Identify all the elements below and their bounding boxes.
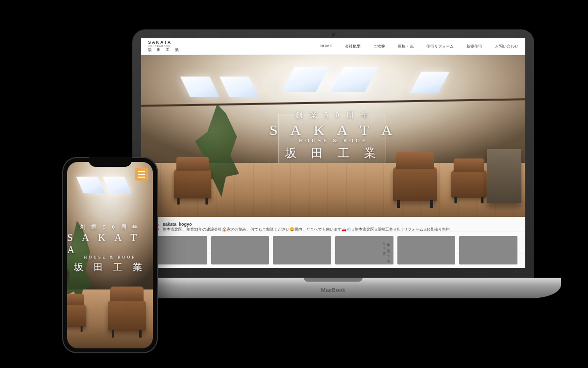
hero-brand-sub: HOUSE & ROOF xyxy=(84,255,136,260)
social-handle[interactable]: sakata_kogyo xyxy=(163,222,450,227)
site-logo[interactable]: SAKATA HOUSE&ROOF 坂 田 工 業 xyxy=(148,40,181,52)
phone-device: 創 業 5 0 周 年 S A K A T A HOUSE & ROOF 坂 田… xyxy=(62,157,158,353)
social-bio: 熊本市北区、創業53年の建設会社🏠家のお悩み、何でもご相談ください😄県内、どこへ… xyxy=(163,227,450,232)
laptop-screen: SAKATA HOUSE&ROOF 坂 田 工 業 HOME 会社概要 ご挨拶 … xyxy=(141,38,525,268)
logo-line3: 坂 田 工 業 xyxy=(148,48,181,52)
nav-greeting[interactable]: ご挨拶 xyxy=(373,44,385,49)
phone-screen: 創 業 5 0 周 年 S A K A T A HOUSE & ROOF 坂 田… xyxy=(67,162,153,348)
thumbnail[interactable] xyxy=(397,236,456,264)
hero-brand-sub: HOUSE & ROOF xyxy=(299,137,368,143)
main-nav: HOME 会社概要 ご挨拶 屋根・瓦 住宅リフォーム 新築住宅 お問い合わせ xyxy=(320,44,518,49)
nav-company[interactable]: 会社概要 xyxy=(345,44,361,49)
nav-roof[interactable]: 屋根・瓦 xyxy=(398,44,414,49)
camera-icon xyxy=(332,33,335,36)
thumbnail[interactable] xyxy=(211,236,270,264)
hero-text: 創 業 5 0 周 年 S A K A T A HOUSE & ROOF 坂 田… xyxy=(141,55,525,217)
shadow xyxy=(88,299,559,334)
nav-home[interactable]: HOME xyxy=(320,44,332,49)
laptop-lid: SAKATA HOUSE&ROOF 坂 田 工 業 HOME 会社概要 ご挨拶 … xyxy=(132,29,534,280)
hero-tagline: 創 業 5 0 周 年 xyxy=(295,111,371,120)
hero-brand-en: S A K A T A xyxy=(67,232,153,256)
hero-section: 創 業 5 0 周 年 S A K A T A HOUSE & ROOF 坂 田… xyxy=(141,55,525,217)
thumbnail[interactable] xyxy=(273,236,331,264)
laptop-brand-label: MacBook xyxy=(321,287,345,293)
social-thumbnails xyxy=(149,236,517,264)
laptop-device: SAKATA HOUSE&ROOF 坂 田 工 業 HOME 会社概要 ご挨拶 … xyxy=(132,29,534,304)
thumbnail[interactable] xyxy=(335,236,393,264)
nav-contact[interactable]: お問い合わせ xyxy=(495,44,518,49)
nav-newbuild[interactable]: 新築住宅 xyxy=(466,44,482,49)
site-header: SAKATA HOUSE&ROOF 坂 田 工 業 HOME 会社概要 ご挨拶 … xyxy=(141,38,525,55)
phone-hero-text: 創 業 5 0 周 年 S A K A T A HOUSE & ROOF 坂 田… xyxy=(67,162,153,342)
social-section: sakata_kogyo 熊本市北区、創業53年の建設会社🏠家のお悩み、何でもご… xyxy=(141,217,525,268)
social-header: sakata_kogyo 熊本市北区、創業53年の建設会社🏠家のお悩み、何でもご… xyxy=(149,222,517,232)
hero-brand-en: S A K A T A xyxy=(270,122,397,138)
hero-tagline: 創 業 5 0 周 年 xyxy=(80,223,141,231)
nav-reform[interactable]: 住宅リフォーム xyxy=(426,44,454,49)
hero-brand-jp: 坂 田 工 業 xyxy=(285,145,382,161)
hero-brand-jp: 坂 田 工 業 xyxy=(74,261,146,274)
thumbnail[interactable] xyxy=(459,236,517,264)
